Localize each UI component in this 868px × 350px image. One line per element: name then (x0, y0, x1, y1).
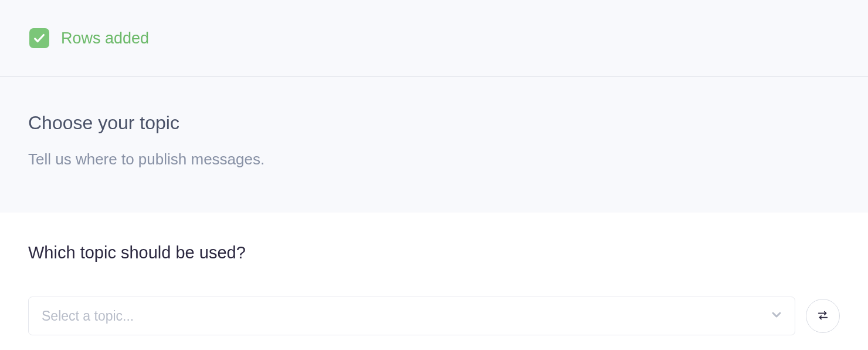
refresh-button[interactable] (806, 299, 840, 333)
select-row (28, 297, 840, 335)
topic-select-wrapper (28, 297, 795, 335)
status-row: Rows added (29, 28, 839, 48)
swap-icon (816, 309, 829, 324)
header-section: Choose your topic Tell us where to publi… (0, 77, 868, 213)
checkmark-icon (29, 28, 49, 48)
question-label: Which topic should be used? (28, 243, 840, 262)
section-subtitle: Tell us where to publish messages. (28, 150, 840, 169)
content-section: Which topic should be used? (0, 213, 868, 350)
topic-select[interactable] (28, 297, 795, 335)
status-label: Rows added (61, 29, 149, 48)
status-section: Rows added (0, 0, 868, 77)
section-title: Choose your topic (28, 112, 840, 134)
